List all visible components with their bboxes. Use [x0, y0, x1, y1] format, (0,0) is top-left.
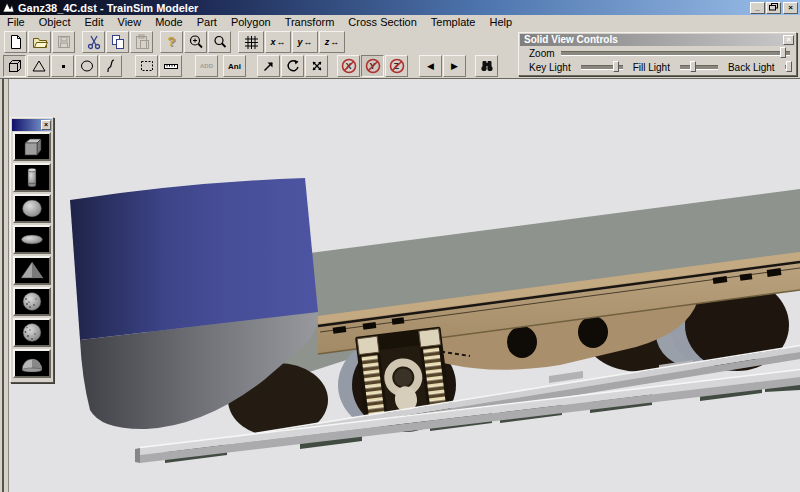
shape-cone-button[interactable]	[13, 256, 51, 285]
lock-y-button[interactable]: Y	[361, 55, 384, 77]
shape-cylinder-button[interactable]	[13, 163, 51, 192]
animation-label: Ani	[228, 62, 241, 71]
axis-y-arrow-icon: ↔	[304, 37, 313, 47]
axis-x-button[interactable]: x ↔	[265, 31, 291, 53]
lock-x-button[interactable]: X	[337, 55, 360, 77]
box-tool-button[interactable]	[3, 55, 26, 77]
open-folder-icon	[32, 34, 48, 50]
axis-z-label: z	[325, 37, 330, 47]
no-symbol-icon	[389, 58, 405, 74]
shape-textured-sphere2-button[interactable]	[13, 318, 51, 347]
fill-light-slider[interactable]	[680, 65, 718, 70]
zoom-slider-label: Zoom	[529, 48, 555, 59]
shape-palette-titlebar[interactable]: ×	[12, 119, 52, 131]
textured-sphere-icon	[17, 321, 47, 344]
menu-object[interactable]: Object	[32, 15, 78, 29]
menu-part[interactable]: Part	[190, 15, 224, 29]
circle-tool-button[interactable]	[75, 55, 98, 77]
copy-icon	[110, 34, 126, 50]
triangle-tool-button[interactable]	[27, 55, 50, 77]
spline-tool-button[interactable]	[99, 55, 122, 77]
box-shape-icon	[17, 135, 47, 158]
new-document-icon	[8, 34, 24, 50]
back-light-slider-label: Back Light	[728, 62, 775, 73]
paste-button[interactable]	[130, 31, 153, 53]
prev-part-button[interactable]: ◀	[419, 55, 442, 77]
window-title: Ganz38_4C.dst - TrainSim Modeler	[18, 2, 198, 14]
animation-button[interactable]: Ani	[223, 55, 246, 77]
scale-tool-button[interactable]	[305, 55, 328, 77]
zoom-slider[interactable]	[561, 51, 790, 56]
fill-light-slider-thumb[interactable]	[690, 61, 696, 72]
title-bar[interactable]: Ganz38_4C.dst - TrainSim Modeler _ ×	[0, 0, 800, 15]
shape-palette: ×	[10, 117, 54, 383]
palette-close-button[interactable]: ×	[41, 120, 51, 130]
menu-bar: File Object Edit View Mode Part Polygon …	[0, 15, 800, 30]
help-button[interactable]: ?	[160, 31, 183, 53]
move-arrow-icon	[261, 58, 277, 74]
key-light-slider-thumb[interactable]	[613, 61, 619, 72]
shape-box-button[interactable]	[13, 132, 51, 161]
menu-transform[interactable]: Transform	[278, 15, 342, 29]
zoom-out-button[interactable]	[208, 31, 231, 53]
key-light-slider-label: Key Light	[529, 62, 571, 73]
menu-cross-section[interactable]: Cross Section	[341, 15, 423, 29]
solid-view-controls-titlebar[interactable]: Solid View Controls ×	[520, 34, 795, 46]
scale-arrows-icon	[309, 58, 325, 74]
next-part-button[interactable]: ▶	[443, 55, 466, 77]
menu-template[interactable]: Template	[424, 15, 483, 29]
open-file-button[interactable]	[28, 31, 51, 53]
shape-hemisphere-button[interactable]	[13, 349, 51, 378]
add-point-button[interactable]: ADD	[195, 55, 218, 77]
triangle-icon	[31, 58, 47, 74]
select-rect-tool-button[interactable]	[135, 55, 158, 77]
find-button[interactable]	[475, 55, 498, 77]
move-tool-button[interactable]	[257, 55, 280, 77]
ruler-icon	[163, 58, 179, 74]
box-outline-icon	[7, 58, 23, 74]
key-light-slider[interactable]	[581, 65, 623, 70]
menu-polygon[interactable]: Polygon	[224, 15, 278, 29]
close-button[interactable]: ×	[783, 2, 798, 14]
viewport-3d[interactable]	[9, 79, 800, 492]
back-light-slider-thumb[interactable]	[786, 61, 792, 72]
lock-z-button[interactable]: Z	[385, 55, 408, 77]
axis-y-label: y	[297, 37, 302, 47]
no-symbol-icon	[341, 58, 357, 74]
no-symbol-icon	[365, 58, 381, 74]
measure-tool-button[interactable]	[159, 55, 182, 77]
binoculars-icon	[479, 58, 495, 74]
application-window: Ganz38_4C.dst - TrainSim Modeler _ × Fil…	[0, 0, 800, 492]
menu-mode[interactable]: Mode	[148, 15, 190, 29]
gusset-hole	[507, 326, 537, 358]
save-file-button[interactable]	[52, 31, 75, 53]
grid-snap-button[interactable]	[238, 31, 264, 53]
new-document-button[interactable]	[4, 31, 27, 53]
zoom-slider-thumb[interactable]	[780, 47, 786, 58]
cut-button[interactable]	[82, 31, 105, 53]
minimize-button[interactable]: _	[750, 2, 765, 14]
hemisphere-shape-icon	[17, 352, 47, 375]
menu-edit[interactable]: Edit	[78, 15, 111, 29]
shape-textured-sphere1-button[interactable]	[13, 287, 51, 316]
shape-sphere-button[interactable]	[13, 194, 51, 223]
zoom-in-button[interactable]	[184, 31, 207, 53]
point-tool-button[interactable]	[51, 55, 74, 77]
restore-icon	[769, 3, 778, 11]
scissors-icon	[86, 34, 102, 50]
solid-view-controls-close-button[interactable]: ×	[783, 35, 794, 45]
fill-light-slider-label: Fill Light	[633, 62, 670, 73]
axis-y-button[interactable]: y ↔	[292, 31, 318, 53]
shape-ellipsoid-button[interactable]	[13, 225, 51, 254]
rotate-tool-button[interactable]	[281, 55, 304, 77]
menu-help[interactable]: Help	[482, 15, 519, 29]
app-icon	[2, 2, 15, 13]
menu-view[interactable]: View	[111, 15, 149, 29]
menu-file[interactable]: File	[0, 15, 32, 29]
save-floppy-icon	[56, 34, 72, 50]
axis-z-button[interactable]: z ↔	[319, 31, 345, 53]
restore-button[interactable]	[766, 2, 781, 14]
back-light-slider[interactable]	[785, 65, 790, 70]
copy-button[interactable]	[106, 31, 129, 53]
magnifier-plus-icon	[188, 34, 204, 50]
